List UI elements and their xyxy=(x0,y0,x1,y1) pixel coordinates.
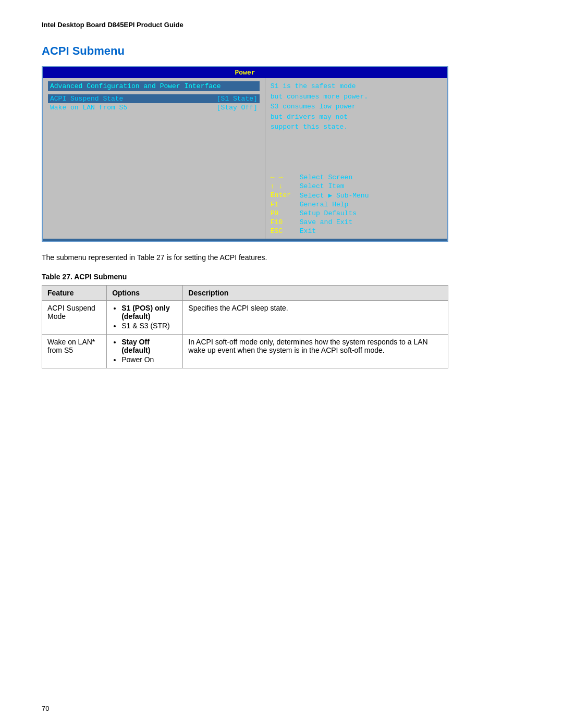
table-header-row: Feature Options Description xyxy=(42,285,448,300)
table-caption: Table 27. ACPI Submenu xyxy=(42,273,521,281)
header-title: Intel Desktop Board D845EPI Product Guid… xyxy=(42,21,183,29)
bios-value-wake-lan: [Stay Off] xyxy=(217,104,258,112)
page-number: 70 xyxy=(42,705,49,712)
bios-label-acpi-suspend: ACPI Suspend State xyxy=(50,95,123,103)
bios-row-acpi-suspend[interactable]: ACPI Suspend State [S1 State] xyxy=(48,94,260,103)
bios-title-bar: Power xyxy=(43,67,447,78)
acpi-table: Feature Options Description ACPI Suspend… xyxy=(42,285,448,368)
cell-options-1: S1 (POS) only (default) S1 & S3 (STR) xyxy=(107,300,183,334)
cell-feature-2: Wake on LAN* from S5 xyxy=(42,334,107,368)
cell-options-2: Stay Off (default) Power On xyxy=(107,334,183,368)
bios-key-legend: ← → Select Screen ↑ ↓ Select Item Enter … xyxy=(271,173,442,236)
bios-row-wake-lan[interactable]: Wake on LAN from S5 [Stay Off] xyxy=(48,103,260,112)
description-paragraph: The submenu represented in Table 27 is f… xyxy=(42,252,521,263)
table-row: ACPI Suspend Mode S1 (POS) only (default… xyxy=(42,300,448,334)
cell-feature-1: ACPI Suspend Mode xyxy=(42,300,107,334)
doc-header: Intel Desktop Board D845EPI Product Guid… xyxy=(42,21,521,29)
col-feature: Feature xyxy=(42,285,107,300)
bios-key-arrows: ← → Select Screen xyxy=(271,173,442,182)
bios-bottom-bar xyxy=(43,239,447,241)
bios-right-panel: S1 is the safest mode but consumes more … xyxy=(265,78,447,239)
bios-screen: Power Advanced Configuration and Power I… xyxy=(42,66,448,242)
col-options: Options xyxy=(107,285,183,300)
cell-desc-1: Specifies the ACPI sleep state. xyxy=(183,300,448,334)
bios-value-acpi-suspend: [S1 State] xyxy=(217,95,258,103)
cell-desc-2: In ACPI soft-off mode only, determines h… xyxy=(183,334,448,368)
bios-left-panel: Advanced Configuration and Power Interfa… xyxy=(43,78,265,239)
bios-help-text: S1 is the safest mode but consumes more … xyxy=(271,81,442,132)
table-row: Wake on LAN* from S5 Stay Off (default) … xyxy=(42,334,448,368)
col-description: Description xyxy=(183,285,448,300)
bios-key-updown: ↑ ↓ Select Item xyxy=(271,182,442,191)
section-title: ACPI Submenu xyxy=(42,44,521,58)
bios-key-p9: P9 Setup Defaults xyxy=(271,209,442,218)
bios-key-f10: F10 Save and Exit xyxy=(271,218,442,227)
bios-label-wake-lan: Wake on LAN from S5 xyxy=(50,104,127,112)
bios-key-esc: ESC Exit xyxy=(271,227,442,236)
bios-menu-header: Advanced Configuration and Power Interfa… xyxy=(48,81,260,91)
bios-key-f1: F1 General Help xyxy=(271,200,442,209)
bios-key-enter: Enter Select ▶ Sub-Menu xyxy=(271,191,442,200)
